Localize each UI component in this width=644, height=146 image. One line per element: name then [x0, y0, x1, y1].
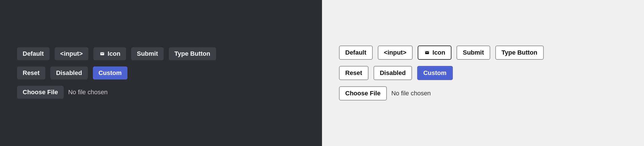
dark-type-label: Type Button [174, 50, 210, 57]
mail-icon-light [424, 50, 430, 55]
light-disabled-button[interactable]: Disabled [374, 66, 412, 80]
light-row-1: Default <input> Icon Submit Type Button [339, 46, 544, 60]
dark-panel: Default <input> Icon Submit Type Button … [0, 0, 322, 146]
light-row-2: Reset Disabled Custom [339, 66, 453, 80]
light-type-label: Type Button [502, 49, 538, 56]
light-submit-label: Submit [463, 49, 484, 56]
dark-type-button[interactable]: Type Button [169, 47, 216, 60]
dark-row-1: Default <input> Icon Submit Type Button [17, 47, 216, 60]
dark-reset-label: Reset [23, 69, 40, 77]
light-input-button[interactable]: <input> [378, 46, 413, 60]
dark-icon-label: Icon [108, 50, 120, 57]
light-type-button[interactable]: Type Button [495, 46, 544, 60]
light-submit-button[interactable]: Submit [457, 46, 490, 60]
light-custom-label: Custom [423, 69, 447, 77]
dark-submit-label: Submit [137, 50, 158, 57]
light-no-file-label: No file chosen [391, 90, 431, 97]
dark-input-button[interactable]: <input> [55, 47, 88, 60]
light-reset-label: Reset [345, 69, 362, 77]
dark-input-label: <input> [60, 50, 83, 57]
light-icon-label: Icon [432, 49, 445, 56]
light-choose-file-button[interactable]: Choose File [339, 86, 387, 100]
light-file-input: Choose File No file chosen [339, 86, 431, 100]
light-panel: Default <input> Icon Submit Type Button … [322, 0, 644, 146]
dark-disabled-label: Disabled [56, 69, 82, 77]
light-input-label: <input> [384, 49, 406, 56]
dark-choose-file-button[interactable]: Choose File [17, 86, 64, 99]
dark-disabled-button[interactable]: Disabled [50, 66, 88, 80]
dark-default-label: Default [23, 50, 44, 57]
dark-custom-button[interactable]: Custom [93, 66, 127, 80]
mail-icon-dark [99, 51, 105, 56]
dark-submit-button[interactable]: Submit [131, 47, 164, 60]
light-default-label: Default [345, 49, 366, 56]
dark-reset-button[interactable]: Reset [17, 66, 45, 80]
dark-custom-label: Custom [99, 69, 122, 77]
light-default-button[interactable]: Default [339, 46, 373, 60]
dark-file-input: Choose File No file chosen [17, 86, 108, 99]
dark-no-file-label: No file chosen [68, 89, 108, 96]
dark-default-button[interactable]: Default [17, 47, 50, 60]
dark-icon-button[interactable]: Icon [93, 47, 126, 60]
light-reset-button[interactable]: Reset [339, 66, 368, 80]
dark-row-2: Reset Disabled Custom [17, 66, 127, 80]
light-icon-button[interactable]: Icon [418, 46, 451, 60]
light-custom-button[interactable]: Custom [417, 66, 453, 80]
light-disabled-label: Disabled [380, 69, 406, 77]
